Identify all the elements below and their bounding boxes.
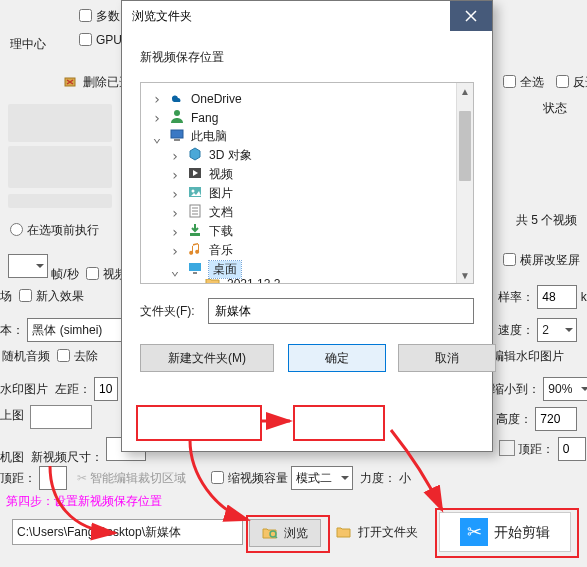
tree-scrollbar[interactable]: ▲ ▼ [456,83,473,283]
close-icon [465,10,477,22]
shrink-dropdown[interactable]: 90% [543,377,587,401]
tree-item[interactable]: ⌄此电脑 [151,127,467,146]
tree-item-label: 2021.12.2 [227,279,280,284]
blur-area [8,146,112,188]
edit-watermark-link[interactable]: 编辑水印图片 [492,348,564,365]
desktop-icon [187,260,203,279]
open-folder-button[interactable]: 打开文件夹 [329,519,425,545]
videos-icon [187,165,203,184]
select-all-checkbox[interactable] [503,75,516,88]
fps-dropdown[interactable] [8,254,48,278]
tree-item-label: 3D 对象 [209,147,252,164]
tree-item-label: 桌面 [209,261,241,278]
dialog-message: 新视频保存位置 [122,31,492,74]
left-distance-input[interactable] [94,377,118,401]
tree-item[interactable]: ⌄桌面 [151,260,467,279]
video-sharp-checkbox[interactable] [86,267,99,280]
mgr-center-label: 理中心 [10,36,46,53]
before-option-radio[interactable] [10,223,23,236]
tree-item[interactable]: 2021.12.2 [151,279,467,284]
tree-item[interactable]: ›Fang [151,108,467,127]
shangtu-dropzone[interactable] [30,405,92,429]
twisty-icon[interactable]: › [169,169,181,181]
tree-item-label: 音乐 [209,242,233,259]
xinru-effect-checkbox[interactable] [19,289,32,302]
tree-item-label: 文档 [209,204,233,221]
folder-search-icon [262,525,278,541]
new-folder-button[interactable]: 新建文件夹(M) [140,344,274,372]
label: 多数 [96,9,120,23]
font-dropdown[interactable]: 黑体 (simhei) [27,318,133,342]
browse-button[interactable]: 浏览 [249,519,321,547]
ok-button[interactable]: 确定 [288,344,386,372]
dialog-title: 浏览文件夹 [132,8,192,25]
music-icon [187,241,203,260]
step4-text: 第四步：设置新视频保存位置 [6,493,162,510]
twisty-icon[interactable]: › [169,226,181,238]
sample-rate-input[interactable] [537,285,577,309]
tree-item[interactable]: ›视频 [151,165,467,184]
remove-checkbox[interactable] [57,349,70,362]
scissors-icon: ✂ [460,518,488,546]
dialog-close-button[interactable] [450,1,492,31]
dialog-titlebar[interactable]: 浏览文件夹 [122,1,492,31]
color-swatch[interactable] [499,440,515,456]
invert-select-checkbox[interactable] [556,75,569,88]
scroll-down-arrow[interactable]: ▼ [457,267,473,283]
svg-rect-13 [190,233,200,236]
folder-field-label: 文件夹(F): [140,303,198,320]
twisty-icon[interactable]: › [151,93,163,105]
twisty-icon[interactable]: › [169,188,181,200]
downloads-icon [187,222,203,241]
height-input[interactable] [535,407,577,431]
pictures-icon [187,184,203,203]
folder-icon [205,279,221,284]
tree-item[interactable]: ›下载 [151,222,467,241]
folder-name-input[interactable] [208,298,474,324]
tree-item[interactable]: ›文档 [151,203,467,222]
duoshu-checkbox[interactable] [79,9,92,22]
obj3d-icon [187,146,203,165]
scroll-up-arrow[interactable]: ▲ [457,83,473,99]
count-label: 共 5 个视频 [516,212,577,229]
top-distance2-input[interactable] [39,466,67,490]
mode-dropdown[interactable]: 模式二 [291,466,353,490]
thispc-icon [169,127,185,146]
twisty-icon[interactable]: ⌄ [151,131,163,143]
tree-item-label: OneDrive [191,92,242,106]
scroll-thumb[interactable] [459,111,471,181]
cancel-button[interactable]: 取消 [398,344,496,372]
shangtu-label: 上图 [0,407,24,424]
tree-item-label: 图片 [209,185,233,202]
tree-item[interactable]: ›3D 对象 [151,146,467,165]
folder-tree[interactable]: ›OneDrive›Fang⌄此电脑›3D 对象›视频›图片›文档›下载›音乐⌄… [140,82,474,284]
docs-icon [187,203,203,222]
tree-item-label: 视频 [209,166,233,183]
tree-item[interactable]: ›OneDrive [151,89,467,108]
tree-item[interactable]: ›图片 [151,184,467,203]
twisty-icon[interactable]: › [169,207,181,219]
shrink-video-checkbox[interactable] [211,471,224,484]
blur-area [8,194,112,208]
speed-dropdown[interactable]: 2 [537,318,577,342]
tree-item-label: 此电脑 [191,128,227,145]
browse-folder-dialog: 浏览文件夹 新视频保存位置 ›OneDrive›Fang⌄此电脑›3D 对象›视… [121,0,493,452]
tree-item-label: Fang [191,111,218,125]
horiz2vert-checkbox[interactable] [503,253,516,266]
svg-rect-5 [174,139,180,141]
start-clip-button[interactable]: ✂ 开始剪辑 [439,512,571,552]
save-path-input[interactable]: C:\Users\Fang\Desktop\新媒体 [12,519,243,545]
svg-point-8 [192,190,195,193]
twisty-icon[interactable]: ⌄ [169,264,181,276]
tree-item[interactable]: ›音乐 [151,241,467,260]
twisty-icon[interactable]: › [151,112,163,124]
twisty-icon[interactable]: › [169,245,181,257]
svg-rect-14 [189,263,201,271]
status-label: 状态 [543,100,567,117]
top-distance-input[interactable] [558,437,586,461]
twisty-icon[interactable]: › [169,150,181,162]
svg-point-3 [174,110,180,116]
gpu-checkbox[interactable] [79,33,92,46]
user-icon [169,108,185,127]
blur-area [8,104,112,142]
